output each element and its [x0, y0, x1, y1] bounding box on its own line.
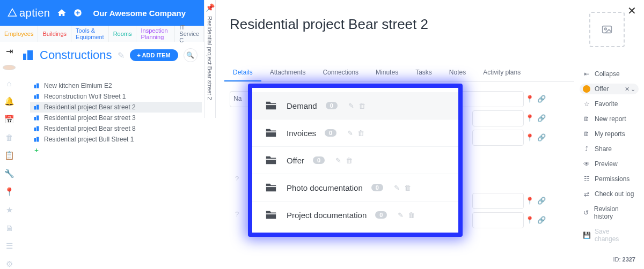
edit-title-icon[interactable]: ✎	[118, 50, 125, 61]
trash-icon[interactable]: 🗑	[357, 129, 364, 137]
svg-rect-3	[34, 95, 36, 99]
list-item[interactable]: Residential project Bear street 2	[30, 102, 202, 113]
avatar[interactable]	[3, 65, 16, 70]
attachment-icon[interactable]: 🔗	[537, 197, 546, 205]
attachment-icon[interactable]: 🔗	[537, 216, 546, 224]
rail-trash-icon[interactable]: 🗑	[5, 133, 13, 142]
form-field[interactable]: 📍🔗	[472, 110, 524, 126]
edit-icon[interactable]: ✎	[348, 102, 354, 110]
action-collapse[interactable]: ⇤Collapse	[580, 69, 639, 79]
organizer-title: Constructions	[40, 48, 112, 62]
company-name[interactable]: Our Awesome Company	[93, 9, 186, 18]
tab-activity-plans[interactable]: Activity plans	[474, 64, 529, 81]
action-new-report[interactable]: 🗎New report	[580, 114, 639, 124]
document-icon: 🗎	[583, 130, 590, 138]
workspace-tab[interactable]: Tools & Equipment	[71, 26, 109, 42]
action-preview[interactable]: 👁Preview	[580, 159, 639, 169]
list-item[interactable]: New kitchen Elmium E2	[30, 80, 202, 91]
list-item[interactable]: Residential project Bear street 8	[30, 123, 202, 134]
tab-notes[interactable]: Notes	[441, 64, 474, 81]
svg-rect-4	[36, 94, 39, 99]
pin-icon[interactable]: 📍	[525, 197, 534, 205]
pin-icon[interactable]: 📌	[206, 3, 215, 12]
pin-icon[interactable]: 📍	[525, 216, 534, 224]
workspace-tab[interactable]: Inspection Planning	[136, 26, 175, 42]
tab-connections[interactable]: Connections	[314, 64, 367, 81]
tab-tasks[interactable]: Tasks	[407, 64, 441, 81]
collapse-icon: ⇤	[583, 70, 590, 78]
action-checkout-log[interactable]: ⇄Check out log	[580, 189, 639, 199]
list-item[interactable]: Residential project Bull Street 1	[30, 134, 202, 145]
attachment-icon[interactable]: 🔗	[537, 133, 546, 141]
svg-point-14	[604, 28, 606, 30]
search-input[interactable]: 🔍	[184, 48, 197, 62]
action-permissions[interactable]: ☷Permissions	[580, 174, 639, 184]
workspace-tab[interactable]: Buildings	[38, 26, 71, 42]
add-row-icon[interactable]: ＋	[30, 145, 202, 156]
close-icon[interactable]: ✕	[625, 86, 630, 93]
rail-list-icon[interactable]: ☰	[6, 241, 13, 251]
rail-gear-icon[interactable]: ⚙	[6, 259, 13, 269]
svg-rect-1	[34, 85, 36, 88]
rail-clipboard-icon[interactable]: 📋	[4, 151, 14, 160]
rail-star-icon[interactable]: ★	[6, 205, 13, 215]
tab-details[interactable]: Details	[224, 64, 261, 81]
tab-attachments[interactable]: Attachments	[261, 64, 314, 81]
attachment-icon[interactable]: 🔗	[537, 95, 546, 103]
action-offer[interactable]: Offer ✕⌄	[580, 84, 639, 94]
form-field[interactable]: 📍🔗	[472, 130, 524, 146]
pin-icon[interactable]: 📍	[525, 133, 534, 141]
chevron-down-icon[interactable]: ⌄	[631, 86, 635, 93]
folder-row[interactable]: Demand 0 ✎🗑	[252, 92, 458, 119]
edit-icon[interactable]: ✎	[394, 184, 400, 192]
rail-home-icon[interactable]: ⌂	[6, 79, 11, 88]
rail-bell-icon[interactable]: 🔔	[4, 96, 14, 106]
svg-rect-12	[36, 137, 39, 142]
trash-icon[interactable]: 🗑	[346, 156, 353, 165]
folder-count-badge: 0	[326, 102, 338, 109]
list-item[interactable]: Residential project Bear street 3	[30, 113, 202, 123]
attachment-icon[interactable]: 🔗	[537, 114, 546, 122]
edit-icon[interactable]: ✎	[347, 129, 353, 137]
vertical-breadcrumb[interactable]: 📌 Residential project Bear street 2	[204, 0, 216, 118]
brand-logo[interactable]: aptien	[8, 7, 50, 19]
workspace-tab[interactable]: Employees	[0, 26, 38, 42]
add-icon[interactable]	[73, 8, 83, 18]
workspace-tab[interactable]: Rooms	[109, 26, 137, 42]
add-item-button[interactable]: + ADD ITEM	[130, 49, 178, 61]
action-my-reports[interactable]: 🗎My reports	[580, 129, 639, 139]
folder-row[interactable]: Photo documentation 0 ✎🗑	[252, 174, 458, 201]
home-icon[interactable]	[57, 8, 67, 18]
expand-icon[interactable]: ⇥	[6, 46, 13, 56]
trash-icon[interactable]: 🗑	[358, 102, 365, 110]
rail-doc-icon[interactable]: 🗎	[5, 223, 13, 233]
rail-calendar-icon[interactable]: 📅	[4, 115, 14, 124]
folder-row[interactable]: Invoices 0 ✎🗑	[252, 119, 458, 146]
tab-minutes[interactable]: Minutes	[367, 64, 407, 81]
edit-icon[interactable]: ✎	[335, 156, 341, 165]
folder-row[interactable]: Project documentation 0 ✎🗑	[252, 201, 458, 228]
edit-icon[interactable]: ✎	[398, 211, 404, 219]
status-dot-icon	[583, 85, 590, 93]
form-field[interactable]: 📍🔗	[472, 212, 524, 228]
help-icon[interactable]: ?	[235, 210, 239, 218]
workspace-tab[interactable]: IT Service C	[175, 26, 204, 42]
rail-pin-icon[interactable]: 📍	[4, 187, 14, 197]
image-placeholder[interactable]	[589, 12, 625, 47]
action-favorite[interactable]: ☆Favorite	[580, 99, 639, 109]
list-item[interactable]: Reconstruction Wolf Street 1	[30, 91, 202, 102]
pin-icon[interactable]: 📍	[525, 95, 534, 103]
help-icon[interactable]: ?	[235, 175, 239, 183]
history-icon: ↺	[583, 209, 590, 216]
trash-icon[interactable]: 🗑	[404, 184, 411, 192]
trash-icon[interactable]: 🗑	[408, 211, 415, 219]
rail-wrench-icon[interactable]: 🔧	[4, 169, 14, 178]
close-icon[interactable]: ✕	[627, 4, 636, 17]
icon-rail: ⇥ ⌂ 🔔 📅 🗑 📋 🔧 📍 ★ 🗎 ☰ ⚙	[0, 43, 18, 269]
action-revision-history[interactable]: ↺Revision history	[580, 204, 639, 222]
form-field[interactable]: 📍🔗	[472, 193, 524, 209]
action-share[interactable]: ⤴Share	[580, 144, 639, 154]
folder-count-badge: 0	[313, 156, 325, 164]
pin-icon[interactable]: 📍	[525, 114, 534, 122]
folder-row[interactable]: Offer 0 ✎🗑	[252, 146, 458, 174]
